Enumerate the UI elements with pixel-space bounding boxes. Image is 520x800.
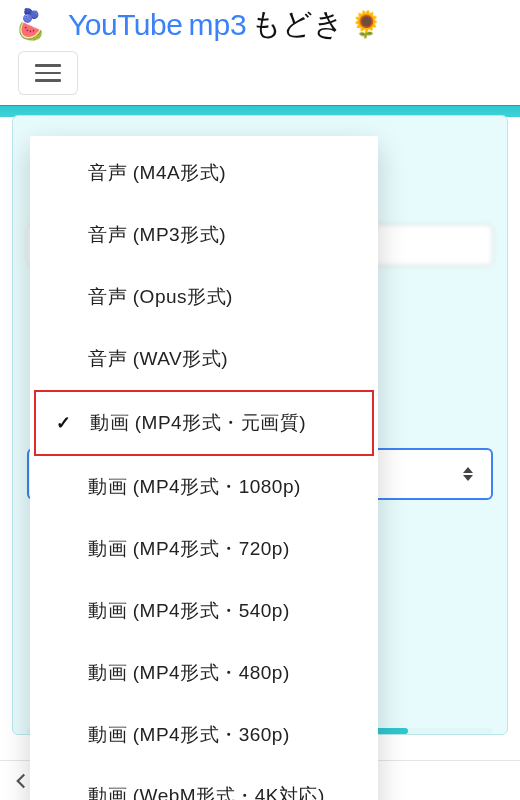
format-option-label: 動画 (MP4形式・540p): [88, 600, 290, 621]
format-option-label: 動画 (MP4形式・360p): [88, 724, 290, 745]
format-option[interactable]: 動画 (MP4形式・480p): [30, 642, 378, 704]
navbar: [0, 47, 520, 105]
format-option[interactable]: 音声 (WAV形式): [30, 328, 378, 390]
sunflower-icon: 🌻: [350, 9, 382, 40]
hamburger-icon: [35, 64, 61, 82]
format-option-label: 音声 (Opus形式): [88, 286, 233, 307]
format-option[interactable]: 動画 (MP4形式・720p): [30, 518, 378, 580]
site-header: 🫐 🍉 YouTube mp3 もどき 🌻: [0, 0, 520, 47]
format-option-label: 音声 (M4A形式): [88, 162, 226, 183]
format-option[interactable]: 動画 (MP4形式・540p): [30, 580, 378, 642]
format-option-label: 動画 (MP4形式・480p): [88, 662, 290, 683]
check-icon: ✓: [56, 412, 72, 434]
format-dropdown: 音声 (M4A形式)音声 (MP3形式)音声 (Opus形式)音声 (WAV形式…: [30, 136, 378, 800]
logo-fruits-icon: 🫐 🍉: [18, 7, 64, 43]
format-option-label: 動画 (WebM形式・4K対応): [88, 785, 325, 800]
format-option[interactable]: 音声 (MP3形式): [30, 204, 378, 266]
format-option[interactable]: 音声 (M4A形式): [30, 142, 378, 204]
brand-mp3: mp3: [188, 8, 246, 42]
format-option[interactable]: 動画 (WebM形式・4K対応): [30, 766, 378, 800]
format-option-label: 動画 (MP4形式・元画質): [90, 412, 306, 433]
format-option-label: 動画 (MP4形式・720p): [88, 538, 290, 559]
format-option[interactable]: 動画 (MP4形式・360p): [30, 704, 378, 766]
format-option[interactable]: ✓動画 (MP4形式・元画質): [34, 390, 374, 456]
brand-modoki: もどき: [251, 4, 344, 45]
format-option[interactable]: 音声 (Opus形式): [30, 266, 378, 328]
format-option-label: 音声 (MP3形式): [88, 224, 226, 245]
menu-toggle-button[interactable]: [18, 51, 78, 95]
format-option-label: 音声 (WAV形式): [88, 348, 228, 369]
format-option[interactable]: 動画 (MP4形式・1080p): [30, 456, 378, 518]
brand-youtube: YouTube: [68, 8, 182, 42]
select-caret-icon: [463, 467, 473, 481]
format-option-label: 動画 (MP4形式・1080p): [88, 476, 301, 497]
